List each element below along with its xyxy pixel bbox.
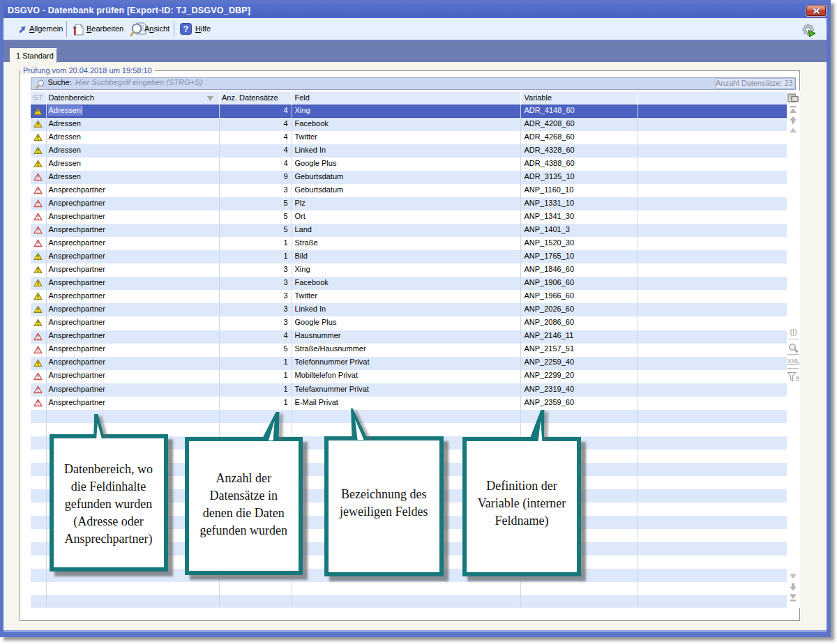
- svg-text:?: ?: [183, 24, 189, 34]
